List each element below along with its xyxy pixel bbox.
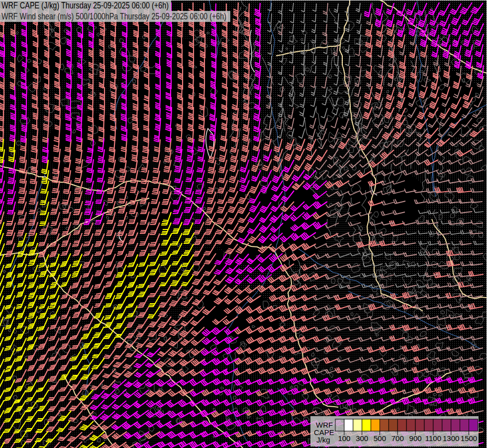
svg-text:100: 100 <box>338 434 350 443</box>
svg-text:500: 500 <box>374 434 386 443</box>
svg-text:J/kg: J/kg <box>316 436 330 444</box>
svg-text:300: 300 <box>356 434 368 443</box>
svg-text:1300: 1300 <box>443 434 459 443</box>
svg-text:WRF Wind shear (m/s) 500/1000h: WRF Wind shear (m/s) 500/1000hPa Thursda… <box>1 11 226 21</box>
svg-text:1500: 1500 <box>461 434 477 443</box>
svg-text:WRF CAPE (J/kg) Thursday 25-09: WRF CAPE (J/kg) Thursday 25-09-2025 06:0… <box>1 0 169 10</box>
svg-text:700: 700 <box>391 434 404 443</box>
svg-text:1100: 1100 <box>425 434 441 443</box>
svg-text:900: 900 <box>409 434 422 443</box>
